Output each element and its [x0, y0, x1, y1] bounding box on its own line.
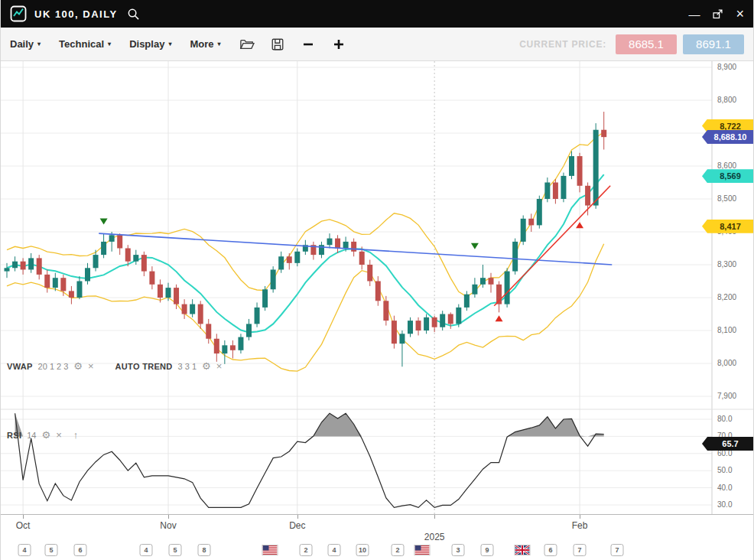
time-axis-label: Nov: [160, 520, 176, 531]
uk-flag-icon[interactable]: [515, 545, 531, 555]
time-axis-tick: [297, 515, 298, 519]
chart-window: UK 100, DAILY — × Daily ▾ Technical ▾ Di…: [0, 0, 754, 560]
price-axis[interactable]: 7,9008,0008,1008,2008,3008,4008,5008,600…: [712, 61, 754, 514]
axis-tick-label: 8,100: [717, 326, 736, 334]
autotrend-label: AUTO TREND: [115, 362, 173, 371]
timeframe-dropdown[interactable]: Daily ▾: [10, 38, 41, 50]
rsi-indicator-row: RSI 14 ⚙ × ↑: [7, 429, 78, 441]
event-count-icon[interactable]: 9: [481, 544, 494, 556]
axis-tick-label: 8,900: [717, 63, 736, 71]
indicator-labels-row: VWAP 20 1 2 3 ⚙ × AUTO TREND 3 3 1 ⚙ ×: [7, 361, 222, 371]
save-icon: [271, 37, 284, 51]
axis-tick-label: 70.0: [717, 431, 732, 440]
chevron-down-icon: ▾: [168, 41, 171, 47]
zoom-out-button[interactable]: [300, 36, 317, 53]
autotrend-remove-icon[interactable]: ×: [216, 361, 223, 371]
event-count-icon[interactable]: 4: [18, 544, 31, 556]
minus-icon: [301, 37, 315, 51]
event-count-icon[interactable]: 5: [45, 544, 58, 556]
event-count-icon[interactable]: 8: [198, 544, 211, 556]
app-logo-icon: [10, 5, 27, 22]
rsi-expand-arrow-icon[interactable]: ↑: [73, 429, 79, 441]
technical-dropdown[interactable]: Technical ▾: [59, 38, 111, 50]
window-controls: — ×: [688, 7, 744, 21]
time-axis-label: Oct: [16, 520, 31, 531]
chevron-down-icon: ▾: [217, 41, 220, 47]
rsi-settings-gear-icon[interactable]: ⚙: [42, 430, 51, 440]
axis-tick-label: 60.0: [717, 449, 732, 457]
more-dropdown-label: More: [190, 38, 213, 50]
autotrend-params: 3 3 1: [178, 362, 197, 371]
zoom-in-button[interactable]: [330, 36, 347, 53]
event-count-icon[interactable]: 6: [74, 544, 87, 556]
vwap-remove-icon[interactable]: ×: [88, 361, 94, 371]
save-layout-button[interactable]: [269, 36, 286, 53]
axis-tick-label: 8,300: [717, 260, 736, 269]
event-count-icon[interactable]: 7: [574, 544, 587, 556]
axis-tick-label: 8,600: [717, 161, 736, 170]
time-axis-tick: [168, 515, 169, 519]
vwap-params: 20 1 2 3: [38, 362, 69, 371]
chevron-down-icon: ▾: [37, 41, 41, 47]
vwap-label: VWAP: [7, 362, 33, 371]
event-count-icon[interactable]: 4: [140, 544, 153, 556]
axis-tick-label: 8,700: [717, 129, 736, 137]
folder-open-icon: [239, 37, 255, 51]
axis-tick-label: 8,200: [717, 293, 736, 301]
axis-tick-label: 8,400: [717, 227, 736, 236]
time-axis-label: Feb: [572, 520, 588, 531]
rsi-params: 14: [27, 431, 36, 440]
autotrend-settings-gear-icon[interactable]: ⚙: [202, 361, 211, 371]
display-dropdown-label: Display: [129, 38, 164, 50]
axis-tick-label: 50.0: [717, 466, 732, 474]
axis-tick-label: 8,500: [717, 194, 736, 203]
search-icon[interactable]: [127, 8, 140, 21]
time-axis[interactable]: OctNovDec2025Feb 4564582410239677: [1, 514, 754, 560]
axis-tick-label: 8,000: [717, 359, 736, 367]
event-count-icon[interactable]: 4: [328, 544, 341, 556]
event-count-icon[interactable]: 2: [300, 544, 313, 556]
current-price-group: CURRENT PRICE: 8685.1 8691.1: [519, 34, 744, 54]
axis-tick-label: 7,900: [717, 392, 736, 400]
minimize-button[interactable]: —: [688, 8, 700, 20]
current-price-label: CURRENT PRICE:: [519, 39, 606, 50]
time-axis-label: 2025: [424, 532, 445, 542]
chevron-down-icon: ▾: [108, 41, 111, 47]
open-layout-button[interactable]: [239, 36, 255, 53]
plus-icon: [332, 37, 346, 51]
event-count-icon[interactable]: 7: [611, 544, 624, 556]
popout-button[interactable]: [712, 8, 723, 20]
sell-price-button[interactable]: 8685.1: [616, 34, 677, 54]
vwap-settings-gear-icon[interactable]: ⚙: [73, 361, 83, 371]
axis-tick-label: 40.0: [717, 483, 732, 492]
event-count-icon[interactable]: 6: [544, 544, 557, 556]
rsi-remove-icon[interactable]: ×: [56, 430, 62, 440]
event-count-icon[interactable]: 5: [169, 544, 182, 556]
chart-title: UK 100, DAILY: [34, 8, 118, 20]
technical-dropdown-label: Technical: [59, 38, 104, 50]
close-icon[interactable]: ×: [736, 7, 744, 21]
time-axis-tick: [23, 515, 24, 519]
event-count-icon[interactable]: 3: [452, 544, 465, 556]
toolbar: Daily ▾ Technical ▾ Display ▾ More ▾: [1, 28, 753, 61]
axis-tick-label: 80.0: [717, 415, 732, 423]
event-count-icon[interactable]: 2: [392, 544, 405, 556]
display-dropdown[interactable]: Display ▾: [129, 38, 171, 50]
title-bar: UK 100, DAILY — ×: [1, 0, 753, 28]
buy-price-button[interactable]: 8691.1: [683, 34, 744, 54]
axis-tick-label: 30.0: [717, 500, 732, 509]
chart-area: 7,9008,0008,1008,2008,3008,4008,5008,600…: [1, 61, 754, 514]
more-dropdown[interactable]: More ▾: [190, 38, 220, 50]
event-count-icon[interactable]: 10: [356, 544, 369, 556]
us-flag-icon[interactable]: [262, 545, 278, 555]
price-chart-canvas[interactable]: [1, 61, 754, 514]
timeframe-dropdown-label: Daily: [10, 38, 34, 50]
time-axis-tick: [434, 515, 435, 519]
time-axis-tick: [580, 515, 580, 519]
rsi-label: RSI: [7, 431, 21, 440]
axis-tick-label: 8,800: [717, 96, 736, 104]
time-axis-label: Dec: [289, 520, 305, 531]
us-flag-icon[interactable]: [414, 545, 431, 555]
